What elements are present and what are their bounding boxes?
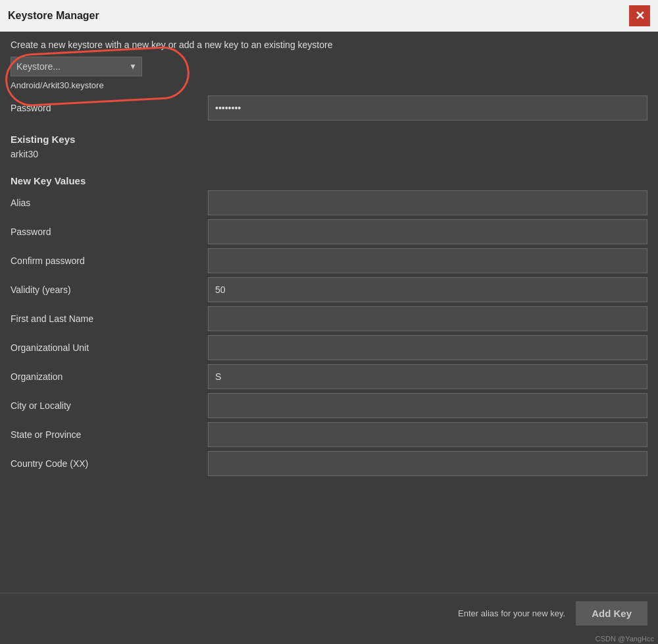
field-label-4: First and Last Name [11, 313, 208, 324]
existing-key-value: arkit30 [11, 149, 647, 159]
new-key-field-row: Confirm password [11, 248, 647, 273]
new-key-field-row: Country Code (XX) [11, 451, 647, 476]
new-key-field-row: City or Locality [11, 393, 647, 418]
new-key-field-row: State or Province [11, 422, 647, 447]
footer: Enter alias for your new key. Add Key [0, 593, 658, 633]
keystore-file-path: Android/Arkit30.keystore [11, 80, 647, 90]
password-row: Password [11, 95, 647, 121]
content-area: Create a new keystore with a new key or … [0, 32, 658, 593]
field-label-6: Organization [11, 371, 208, 382]
field-input-1[interactable] [208, 219, 647, 244]
field-input-0[interactable] [208, 190, 647, 215]
keystore-select[interactable]: Keystore... [11, 57, 142, 76]
password-label: Password [11, 103, 208, 113]
add-key-button[interactable]: Add Key [576, 601, 647, 626]
field-input-8[interactable] [208, 422, 647, 447]
close-button[interactable]: ✕ [629, 5, 650, 26]
subtitle-text: Create a new keystore with a new key or … [11, 40, 647, 50]
keystore-dropdown-wrapper: Keystore... ▼ [11, 57, 142, 76]
existing-keys-heading: Existing Keys [11, 134, 647, 145]
field-input-7[interactable] [208, 393, 647, 418]
field-input-5[interactable] [208, 335, 647, 360]
new-key-field-row: Organizational Unit [11, 335, 647, 360]
field-input-2[interactable] [208, 248, 647, 273]
field-label-1: Password [11, 227, 208, 237]
field-label-3: Validity (years) [11, 284, 208, 295]
title-bar: Keystore Manager ✕ [0, 0, 658, 32]
field-input-6[interactable] [208, 364, 647, 389]
field-label-5: Organizational Unit [11, 342, 208, 353]
password-input[interactable] [208, 95, 647, 121]
field-input-3[interactable] [208, 277, 647, 302]
field-label-7: City or Locality [11, 400, 208, 411]
new-key-field-row: Organization [11, 364, 647, 389]
new-key-field-row: Password [11, 219, 647, 244]
field-input-4[interactable] [208, 306, 647, 331]
field-label-8: State or Province [11, 429, 208, 440]
field-label-2: Confirm password [11, 255, 208, 266]
field-input-9[interactable] [208, 451, 647, 476]
field-label-0: Alias [11, 198, 208, 208]
new-key-field-row: Alias [11, 190, 647, 215]
new-key-field-row: First and Last Name [11, 306, 647, 331]
window-title: Keystore Manager [8, 10, 99, 22]
keystore-dropdown-row: Keystore... ▼ [11, 57, 647, 76]
field-label-9: Country Code (XX) [11, 458, 208, 469]
watermark-text: CSDN @YangHcc [0, 633, 658, 644]
new-key-values-heading: New Key Values [11, 175, 647, 186]
keystore-manager-window: Keystore Manager ✕ Create a new keystore… [0, 0, 658, 644]
footer-hint: Enter alias for your new key. [458, 608, 565, 618]
new-key-field-row: Validity (years) [11, 277, 647, 302]
new-key-fields: AliasPasswordConfirm passwordValidity (y… [11, 190, 647, 480]
